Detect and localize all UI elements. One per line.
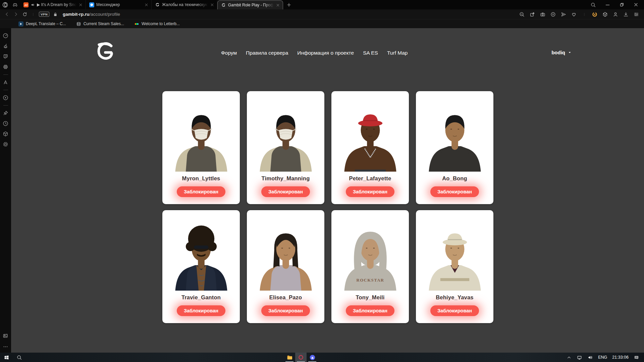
taskbar-search-button[interactable] <box>13 353 25 362</box>
back-icon[interactable] <box>4 11 10 17</box>
character-name: Travie_Ganton <box>181 294 221 301</box>
restore-icon[interactable] <box>619 2 625 7</box>
character-card: ROCKSTARTony_MeiliЗаблокирован <box>331 210 409 323</box>
character-avatar <box>167 99 236 172</box>
sidebar-aria-icon[interactable] <box>2 79 9 85</box>
gambit-favicon <box>221 3 226 8</box>
status-blocked-button[interactable]: Заблокирован <box>177 186 225 197</box>
sidebar-speed-dial-icon[interactable] <box>2 33 9 39</box>
status-blocked-button[interactable]: Заблокирован <box>261 305 310 316</box>
browser-tab[interactable]: Gambit Role Play - Профил <box>217 0 283 9</box>
gambit-logo[interactable] <box>95 40 114 62</box>
lock-icon[interactable] <box>53 12 58 17</box>
browser-tab[interactable]: ▶ It's A Dream by Snow <box>20 0 86 9</box>
bookmark-item[interactable]: Welcome to Letterb... <box>134 21 180 26</box>
address-url[interactable]: gambit-rp.ru/account/profile <box>63 12 120 17</box>
character-card: Ao_BongЗаблокирован <box>416 91 493 204</box>
sidebar-snapshot-tool-icon[interactable] <box>2 333 9 339</box>
status-blocked-button[interactable]: Заблокирован <box>430 305 479 316</box>
taskbar-discord[interactable] <box>307 353 318 362</box>
chevron-down-icon <box>568 50 572 55</box>
gambit-g-icon <box>95 40 114 61</box>
gamepad-icon <box>12 2 18 8</box>
messenger-favicon <box>89 2 94 7</box>
character-avatar: ROCKSTAR <box>336 218 405 291</box>
discord-icon <box>309 354 316 361</box>
snapshot-icon[interactable] <box>540 11 546 17</box>
status-blocked-button[interactable]: Заблокирован <box>261 186 310 197</box>
character-card: Travie_GantonЗаблокирован <box>162 210 240 323</box>
add-to-pinboard-icon[interactable] <box>529 11 535 17</box>
send-to-flow-icon[interactable] <box>560 11 567 17</box>
tab-close-icon[interactable] <box>210 3 214 7</box>
opera-menu-button[interactable] <box>0 0 10 9</box>
site-nav: ФорумПравила сервераИнформация о проекте… <box>221 50 408 56</box>
clock[interactable]: 21:33:06 <box>612 355 629 360</box>
sidebar-player-icon[interactable] <box>2 95 9 101</box>
character-avatar <box>251 99 320 172</box>
character-avatar <box>420 99 489 172</box>
extensions-cube-icon[interactable] <box>602 11 608 17</box>
sidebar-twitch-icon[interactable] <box>2 53 9 60</box>
taskbar-file-explorer[interactable] <box>284 353 295 362</box>
status-blocked-button[interactable]: Заблокирован <box>346 186 394 197</box>
user-menu[interactable]: bodiq <box>551 50 572 55</box>
vpn-badge[interactable]: VPN <box>39 12 49 17</box>
nav-link[interactable]: Форум <box>221 50 237 56</box>
reload-icon[interactable] <box>22 12 28 17</box>
start-button[interactable] <box>0 353 13 362</box>
forward-icon[interactable] <box>13 11 19 17</box>
new-tab-button[interactable] <box>283 0 294 9</box>
bookmark-label: Current Steam Sales... <box>84 21 124 26</box>
sidebar-bottom-group <box>2 333 9 350</box>
status-blocked-button[interactable]: Заблокирован <box>346 305 394 316</box>
tab-strip: ▶ It's A Dream by SnowМессенджерЖалобы н… <box>20 0 283 9</box>
character-name: Myron_Lyttles <box>182 175 220 182</box>
sidebar-extensions-icon[interactable] <box>2 131 9 137</box>
volume-icon[interactable] <box>587 355 593 360</box>
minimize-icon[interactable] <box>605 2 610 8</box>
close-icon[interactable] <box>633 2 639 7</box>
sidebar-divider <box>3 74 8 75</box>
character-name: Behiye_Yavas <box>436 294 474 301</box>
bookmark-item[interactable]: DeepL Translate – C... <box>18 21 66 26</box>
bookmarks-heart-icon[interactable] <box>571 11 577 17</box>
gx-corner-button[interactable] <box>10 0 20 9</box>
divider-dots-icon <box>581 11 587 17</box>
ad-blocker-icon[interactable] <box>550 11 556 17</box>
status-blocked-button[interactable]: Заблокирован <box>177 305 225 316</box>
profile-icon[interactable] <box>612 11 619 17</box>
tab-close-icon[interactable] <box>78 3 83 7</box>
nav-link[interactable]: Turf Map <box>387 50 408 56</box>
nav-link[interactable]: Правила сервера <box>246 50 288 56</box>
browser-tab[interactable]: Мессенджер <box>86 0 152 9</box>
browser-tab[interactable]: Жалобы на техническую а <box>152 0 217 9</box>
gambit-favicon <box>155 2 160 7</box>
downloads-icon[interactable] <box>623 11 629 17</box>
character-avatar <box>167 218 236 291</box>
easy-setup-icon[interactable] <box>633 11 639 17</box>
deepl-icon <box>18 21 23 26</box>
sidebar-settings-icon[interactable] <box>2 141 9 147</box>
sidebar-pinboards-icon[interactable] <box>2 110 9 116</box>
sidebar-gx-control-icon[interactable] <box>2 64 9 70</box>
extension-badge-icon[interactable] <box>592 11 598 17</box>
taskbar-opera-gx[interactable] <box>295 353 307 362</box>
language-indicator[interactable]: ENG <box>598 355 607 360</box>
search-icon[interactable] <box>590 2 596 8</box>
sidebar-gx-cleaner-icon[interactable] <box>2 43 9 49</box>
nav-link[interactable]: SA ES <box>363 50 378 56</box>
bookmark-item[interactable]: Current Steam Sales... <box>76 21 124 26</box>
find-in-page-icon[interactable] <box>519 11 525 17</box>
sidebar-more-icon[interactable] <box>2 344 9 350</box>
tab-close-icon[interactable] <box>276 3 280 7</box>
nav-link[interactable]: Информация о проекте <box>297 50 354 56</box>
network-icon[interactable] <box>577 355 582 360</box>
sidebar-history-icon[interactable] <box>2 120 9 127</box>
tray-expand-icon[interactable] <box>567 355 572 360</box>
status-blocked-button[interactable]: Заблокирован <box>430 186 479 197</box>
character-card: Elisea_PazoЗаблокирован <box>247 210 324 323</box>
tab-close-icon[interactable] <box>144 3 149 7</box>
action-center-icon[interactable] <box>634 355 639 360</box>
character-name: Peter_Lafayette <box>349 175 391 182</box>
